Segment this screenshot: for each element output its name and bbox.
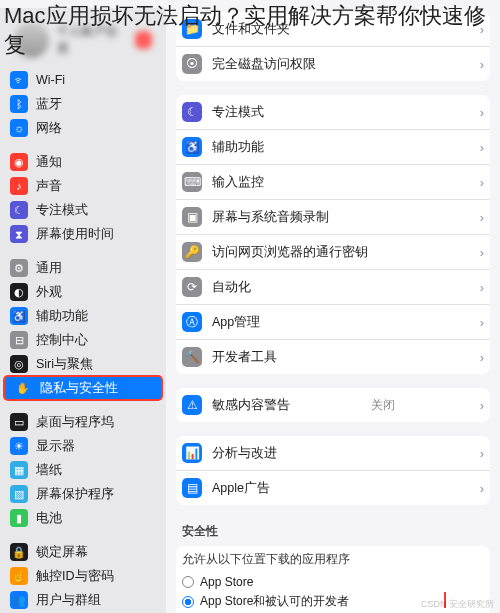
settings-row[interactable]: 📊分析与改进› [176,436,490,471]
sidebar-item[interactable]: ᯤWi-Fi [0,68,166,92]
row-label: 专注模式 [212,104,264,121]
settings-row[interactable]: ▤Apple广告› [176,471,490,505]
sidebar-icon: ⧗ [10,225,28,243]
row-label: App管理 [212,314,260,331]
sidebar-label: 外观 [36,284,62,301]
sidebar-label: 触控ID与密码 [36,568,114,585]
sidebar-item[interactable]: 👥用户与群组 [0,588,166,612]
row-label: 敏感内容警告 [212,397,290,414]
sidebar-item[interactable]: ♿辅助功能 [0,304,166,328]
chevron-right-icon: › [480,175,484,190]
sidebar-label: 用户与群组 [36,592,101,609]
chevron-right-icon: › [480,140,484,155]
sidebar-label: 电池 [36,510,62,527]
row-label: 辅助功能 [212,139,264,156]
sidebar-label: 辅助功能 [36,308,88,325]
sidebar-icon: ☀ [10,437,28,455]
radio-label: App Store [200,575,253,589]
sidebar-item[interactable]: ᛒ蓝牙 [0,92,166,116]
row-icon: ⚠ [182,395,202,415]
sidebar-item[interactable]: ☾专注模式 [0,198,166,222]
sidebar-icon: 👥 [10,591,28,609]
sidebar-label: Siri与聚焦 [36,356,93,373]
radio-label: App Store和被认可的开发者 [200,593,349,610]
sidebar-item[interactable]: ◉通知 [0,150,166,174]
sidebar-item[interactable]: ▭桌面与程序坞 [0,410,166,434]
sidebar-icon: 🔒 [10,543,28,561]
sidebar-icon: ☝ [10,567,28,585]
row-icon: ♿ [182,137,202,157]
sidebar-icon: ⚙ [10,259,28,277]
sidebar-item[interactable]: ☀显示器 [0,434,166,458]
sidebar-label: 专注模式 [36,202,88,219]
security-header: 安全性 [176,519,490,546]
sidebar-icon: ⊟ [10,331,28,349]
sidebar-label: 声音 [36,178,62,195]
row-icon: 🔑 [182,242,202,262]
sidebar-item[interactable]: ⚙通用 [0,256,166,280]
radio-icon [182,576,194,588]
sidebar-icon: ▦ [10,461,28,479]
sidebar-label: 网络 [36,120,62,137]
sidebar-item[interactable]: ◎Siri与聚焦 [0,352,166,376]
settings-row[interactable]: 🔑访问网页浏览器的通行密钥› [176,235,490,270]
watermark: CSDN 安全研究所 [421,598,494,611]
row-label: 开发者工具 [212,349,277,366]
sidebar-item[interactable]: ⊟控制中心 [0,328,166,352]
row-label: 分析与改进 [212,445,277,462]
chevron-right-icon: › [480,315,484,330]
settings-row[interactable]: ⟳自动化› [176,270,490,305]
row-icon: ⌨ [182,172,202,192]
row-icon: 📊 [182,443,202,463]
sidebar-label: 蓝牙 [36,96,62,113]
sidebar-label: 控制中心 [36,332,88,349]
sidebar-icon: ᛒ [10,95,28,113]
sidebar-item[interactable]: ◐外观 [0,280,166,304]
sidebar-icon: ᯤ [10,71,28,89]
row-icon: ▣ [182,207,202,227]
sidebar-icon: ▭ [10,413,28,431]
settings-row[interactable]: ⒶApp管理› [176,305,490,340]
main-panel: 📁文件和文件夹›⦿完全磁盘访问权限› ☾专注模式›♿辅助功能›⌨输入监控›▣屏幕… [166,8,500,613]
chevron-right-icon: › [480,280,484,295]
sidebar-icon: ♪ [10,177,28,195]
sidebar-item[interactable]: ⧗屏幕使用时间 [0,222,166,246]
row-label: 访问网页浏览器的通行密钥 [212,244,368,261]
row-label: 屏幕与系统音频录制 [212,209,329,226]
settings-row[interactable]: ⚠敏感内容警告关闭› [176,388,490,422]
sidebar-item[interactable]: ✋隐私与安全性 [4,376,162,400]
sidebar-label: 显示器 [36,438,75,455]
sidebar-item[interactable]: ☼网络 [0,116,166,140]
sidebar-label: 隐私与安全性 [40,380,118,397]
sidebar-item[interactable]: ▮电池 [0,506,166,530]
sidebar-icon: ◎ [10,355,28,373]
settings-row[interactable]: 🔨开发者工具› [176,340,490,374]
settings-row[interactable]: ☾专注模式› [176,95,490,130]
sidebar-item[interactable]: 🔒锁定屏幕 [0,540,166,564]
row-label: Apple广告 [212,480,270,497]
row-icon: ☾ [182,102,202,122]
sidebar-label: 通用 [36,260,62,277]
settings-row[interactable]: ▣屏幕与系统音频录制› [176,200,490,235]
chevron-right-icon: › [480,210,484,225]
sidebar-item[interactable]: ▧屏幕保护程序 [0,482,166,506]
settings-row[interactable]: ♿辅助功能› [176,130,490,165]
radio-appstore[interactable]: App Store [182,573,484,591]
chevron-right-icon: › [480,350,484,365]
row-icon: ▤ [182,478,202,498]
settings-row[interactable]: ⌨输入监控› [176,165,490,200]
chevron-right-icon: › [480,446,484,461]
row-icon: Ⓐ [182,312,202,332]
sidebar-label: 屏幕使用时间 [36,226,114,243]
sidebar-item[interactable]: ♪声音 [0,174,166,198]
row-icon: ⟳ [182,277,202,297]
chevron-right-icon: › [480,481,484,496]
sidebar-item[interactable]: ☝触控ID与密码 [0,564,166,588]
chevron-right-icon: › [480,398,484,413]
row-icon: 🔨 [182,347,202,367]
sidebar-item[interactable]: ▦墙纸 [0,458,166,482]
radio-icon [182,596,194,608]
sidebar-icon: ☼ [10,119,28,137]
row-status: 关闭 [371,397,395,414]
sidebar-icon: ✋ [14,379,32,397]
